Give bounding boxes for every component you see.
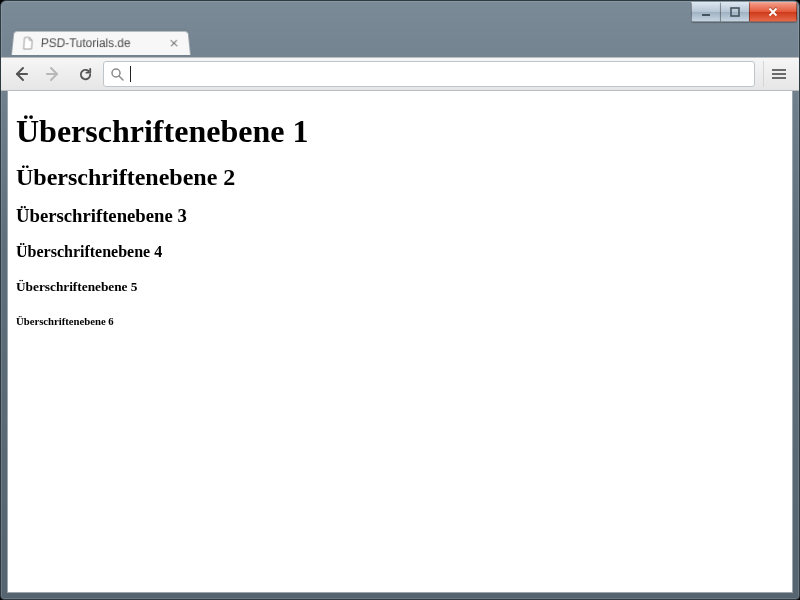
svg-rect-1 xyxy=(731,8,739,16)
reload-button[interactable] xyxy=(71,61,99,87)
arrow-left-icon xyxy=(13,66,29,82)
browser-tab-active[interactable]: PSD-Tutorials.de xyxy=(11,31,191,55)
hamburger-icon xyxy=(772,73,786,75)
page-favicon-icon xyxy=(20,36,35,50)
maximize-button[interactable] xyxy=(720,2,750,22)
arrow-right-icon xyxy=(45,66,61,82)
forward-button[interactable] xyxy=(39,61,67,87)
menu-button[interactable] xyxy=(763,61,793,87)
window-controls xyxy=(692,1,799,29)
heading-level-3: Überschriftenebene 3 xyxy=(16,205,784,227)
text-cursor xyxy=(130,66,131,82)
address-input[interactable] xyxy=(137,62,748,86)
close-button[interactable] xyxy=(749,2,797,22)
minimize-icon xyxy=(700,6,712,18)
close-icon xyxy=(767,6,779,18)
svg-line-9 xyxy=(119,76,123,80)
svg-rect-0 xyxy=(702,14,710,16)
page-content: Überschriftenebene 1 Überschriftenebene … xyxy=(8,91,792,357)
browser-toolbar xyxy=(1,57,799,91)
tab-strip: PSD-Tutorials.de xyxy=(1,27,799,55)
reload-icon xyxy=(78,67,93,82)
heading-level-6: Überschriftenebene 6 xyxy=(16,315,784,327)
heading-level-5: Überschriftenebene 5 xyxy=(16,279,784,295)
window-titlebar[interactable] xyxy=(1,1,799,29)
minimize-button[interactable] xyxy=(691,2,721,22)
back-button[interactable] xyxy=(7,61,35,87)
tab-close-button[interactable] xyxy=(167,36,182,50)
close-icon xyxy=(170,39,179,47)
page-viewport[interactable]: Überschriftenebene 1 Überschriftenebene … xyxy=(7,91,793,593)
maximize-icon xyxy=(729,6,741,18)
heading-level-4: Überschriftenebene 4 xyxy=(16,243,784,261)
address-bar[interactable] xyxy=(103,61,755,87)
heading-level-1: Überschriftenebene 1 xyxy=(16,113,784,150)
heading-level-2: Überschriftenebene 2 xyxy=(16,164,784,191)
browser-window: PSD-Tutorials.de xyxy=(0,0,800,600)
search-icon xyxy=(110,67,124,81)
tab-title: PSD-Tutorials.de xyxy=(40,36,161,50)
